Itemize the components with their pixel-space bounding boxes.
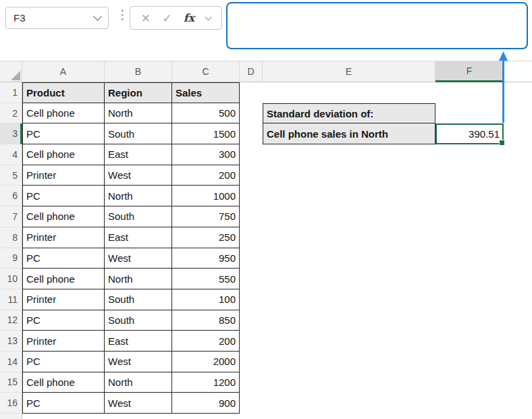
cancel-icon[interactable]: ✕ (141, 11, 151, 25)
cell-C2[interactable]: 500 (172, 103, 240, 124)
cell-B11[interactable]: South (105, 289, 172, 310)
cell-D13[interactable] (240, 331, 263, 352)
column-header-E[interactable]: E (263, 61, 435, 82)
enter-icon[interactable]: ✓ (162, 11, 171, 25)
cell-D10[interactable] (240, 269, 263, 289)
row-header-2[interactable]: 2 (0, 103, 22, 124)
cell-C1[interactable]: Sales (172, 82, 240, 103)
row-header-4[interactable]: 4 (0, 144, 22, 165)
cell-D3[interactable] (240, 123, 263, 144)
row-header-6[interactable]: 6 (0, 186, 22, 206)
cell-D2[interactable] (240, 103, 263, 124)
cell-D5[interactable] (240, 165, 263, 186)
select-all-corner[interactable] (0, 61, 22, 82)
cell-D4[interactable] (240, 144, 263, 165)
cell-C12[interactable]: 850 (172, 310, 240, 331)
cell-A12[interactable]: PC (22, 310, 105, 331)
cell-A11[interactable]: Printer (22, 289, 105, 310)
cell-B14[interactable]: West (105, 352, 172, 372)
row-header-12[interactable]: 12 (0, 310, 22, 331)
row-header-16[interactable]: 16 (0, 393, 22, 414)
cell-B8[interactable]: East (105, 227, 172, 248)
row-header-9[interactable]: 9 (0, 248, 22, 269)
cell-A9[interactable]: PC (22, 248, 105, 269)
formula-input[interactable]: =STDEV.S(IF((A2:A16="Cell phone")* (B2:B… (226, 2, 528, 49)
cell-A15[interactable]: Cell phone (22, 372, 105, 393)
cell-C13[interactable]: 200 (172, 331, 240, 352)
column-header-D[interactable]: D (240, 61, 263, 82)
cell-A5[interactable]: Printer (22, 165, 105, 186)
cell-D7[interactable] (240, 206, 263, 227)
cell-A4[interactable]: Cell phone (22, 144, 105, 165)
cell-A14[interactable]: PC (22, 352, 105, 372)
row-header-10[interactable]: 10 (0, 269, 22, 289)
cell-A3[interactable]: PC (22, 123, 105, 144)
cell-B4[interactable]: East (105, 144, 172, 165)
cell-A6[interactable]: PC (22, 186, 105, 206)
column-header-B[interactable]: B (105, 61, 172, 82)
cell-C14[interactable]: 2000 (172, 352, 240, 372)
chevron-down-icon[interactable] (205, 13, 212, 20)
cell-D15[interactable] (240, 372, 263, 393)
cell-D6[interactable] (240, 186, 263, 206)
name-box[interactable]: F3 (5, 7, 109, 29)
cell-A10[interactable]: Cell phone (22, 269, 105, 289)
cell-C4[interactable]: 300 (172, 144, 240, 165)
cell-A2[interactable]: Cell phone (22, 103, 105, 124)
column-header-A[interactable]: A (22, 61, 105, 82)
cell-B9[interactable]: West (105, 248, 172, 269)
row-header-1[interactable]: 1 (0, 82, 22, 103)
row-header-3[interactable]: 3 (0, 123, 22, 144)
cell-B16[interactable]: West (105, 393, 172, 414)
cell-C10[interactable]: 550 (172, 269, 240, 289)
active-cell-F3[interactable]: 390.51 (435, 123, 504, 144)
cell-C11[interactable]: 100 (172, 289, 240, 310)
cell-C3[interactable]: 1500 (172, 123, 240, 144)
cell-A1[interactable]: Product (22, 82, 105, 103)
cell-D8[interactable] (240, 227, 263, 248)
cell-D11[interactable] (240, 289, 263, 310)
cell-B13[interactable]: East (105, 331, 172, 352)
row-header-17-partial[interactable] (0, 414, 22, 419)
cell-D1[interactable] (240, 82, 263, 103)
cell-C7[interactable]: 750 (172, 206, 240, 227)
cell-B12[interactable]: South (105, 310, 172, 331)
cell-B1[interactable]: Region (105, 82, 172, 103)
cell-C15[interactable]: 1200 (172, 372, 240, 393)
row-header-13[interactable]: 13 (0, 331, 22, 352)
cell-E2-summary-label[interactable]: Standard deviation of: (263, 103, 435, 124)
cell-D9[interactable] (240, 248, 263, 269)
cell-B5[interactable]: West (105, 165, 172, 186)
cell-E3-summary-label[interactable]: Cell phone sales in North (263, 123, 435, 144)
cell-B3[interactable]: South (105, 123, 172, 144)
cell-B6[interactable]: North (105, 186, 172, 206)
chevron-down-icon[interactable] (93, 12, 102, 21)
cell-B2[interactable]: North (105, 103, 172, 124)
insert-function-icon[interactable]: fx (184, 11, 194, 24)
cell-B7[interactable]: South (105, 206, 172, 227)
row-header-14[interactable]: 14 (0, 352, 22, 372)
cell-A8[interactable]: Printer (22, 227, 105, 248)
fill-handle[interactable] (499, 140, 505, 146)
column-header-C[interactable]: C (172, 61, 240, 82)
cell-C8[interactable]: 250 (172, 227, 240, 248)
cell-B15[interactable]: North (105, 372, 172, 393)
cell-D14[interactable] (240, 352, 263, 372)
column-header-F[interactable]: F (435, 61, 504, 82)
cell-D16[interactable] (240, 393, 263, 414)
formula-line-1: =STDEV.S(IF((A2:A16="Cell phone")* (236, 47, 527, 49)
cell-C6[interactable]: 1000 (172, 186, 240, 206)
row-header-11[interactable]: 11 (0, 289, 22, 310)
row-header-7[interactable]: 7 (0, 206, 22, 227)
row-header-5[interactable]: 5 (0, 165, 22, 186)
cell-B10[interactable]: North (105, 269, 172, 289)
cell-A13[interactable]: Printer (22, 331, 105, 352)
row-header-8[interactable]: 8 (0, 227, 22, 248)
cell-A16[interactable]: PC (22, 393, 105, 414)
cell-C9[interactable]: 950 (172, 248, 240, 269)
row-header-15[interactable]: 15 (0, 372, 22, 393)
cell-C16[interactable]: 900 (172, 393, 240, 414)
cell-D12[interactable] (240, 310, 263, 331)
cell-A7[interactable]: Cell phone (22, 206, 105, 227)
cell-C5[interactable]: 200 (172, 165, 240, 186)
